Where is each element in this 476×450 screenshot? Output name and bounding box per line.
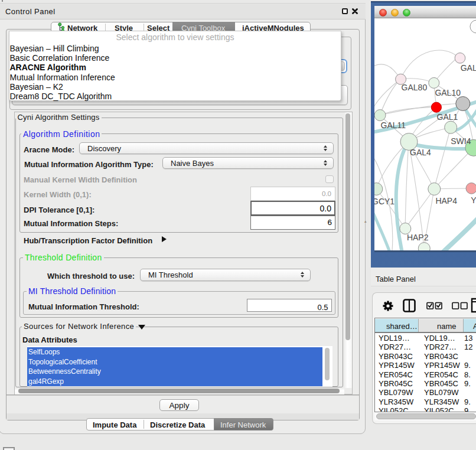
svg-text:GAL1: GAL1: [437, 112, 458, 122]
svg-text:GAL11: GAL11: [381, 120, 406, 130]
svg-text:HAP2: HAP2: [407, 233, 429, 242]
svg-text:GAL10: GAL10: [435, 88, 461, 97]
svg-text:Y: Y: [471, 195, 476, 205]
svg-text:GAL: GAL: [461, 63, 476, 73]
svg-text:GCY1: GCY1: [374, 197, 395, 206]
svg-text:HAP4: HAP4: [435, 196, 457, 206]
svg-text:GAL4: GAL4: [410, 148, 431, 157]
svg-text:SWI4: SWI4: [451, 136, 471, 146]
svg-text:GAL80: GAL80: [402, 83, 428, 92]
